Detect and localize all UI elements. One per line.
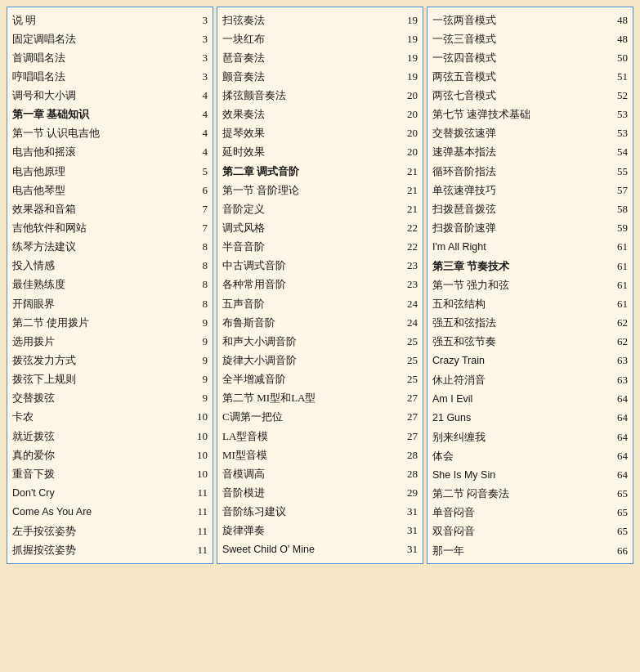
row-number: 22 bbox=[398, 220, 418, 236]
row-label: 扫弦奏法 bbox=[222, 12, 398, 29]
row-label: 颤音奏法 bbox=[222, 69, 398, 85]
row-label: 就近拨弦 bbox=[12, 428, 188, 445]
row-label: LA型音模 bbox=[222, 428, 398, 445]
row-number: 21 bbox=[398, 182, 418, 199]
table-row: Don't Cry11 bbox=[12, 484, 208, 503]
row-number: 31 bbox=[398, 541, 418, 558]
row-number: 64 bbox=[608, 448, 628, 464]
row-label: 两弦七音模式 bbox=[432, 87, 608, 104]
row-label: She Is My Sin bbox=[432, 468, 608, 483]
row-label: 半音音阶 bbox=[222, 239, 398, 255]
row-label: 中古调式音阶 bbox=[222, 258, 398, 274]
row-label: 双音闷音 bbox=[432, 523, 608, 540]
table-row: 两弦七音模式52 bbox=[432, 87, 628, 105]
row-number: 9 bbox=[188, 390, 208, 406]
table-row: LA型音模27 bbox=[222, 427, 418, 446]
row-label: 五声音阶 bbox=[222, 296, 398, 312]
row-number: 25 bbox=[398, 371, 418, 388]
table-row: 第七节 速弹技术基础53 bbox=[432, 105, 628, 124]
column-2: 扫弦奏法19一块红布19琶音奏法19颤音奏法19揉弦颤音奏法20效果奏法20提琴… bbox=[217, 7, 423, 564]
row-number: 52 bbox=[608, 87, 628, 104]
row-number: 19 bbox=[398, 31, 418, 47]
row-label: 吉他软件和网站 bbox=[12, 220, 188, 236]
row-label: 真的爱你 bbox=[12, 447, 188, 464]
row-label: 第三章 节奏技术 bbox=[432, 258, 608, 275]
row-number: 61 bbox=[608, 239, 628, 255]
table-row: 音模调高28 bbox=[222, 464, 418, 483]
row-label: I'm All Right bbox=[432, 240, 608, 255]
row-label: 揉弦颤音奏法 bbox=[222, 87, 398, 104]
row-label: 强五和弦节奏 bbox=[432, 334, 608, 350]
row-label: 别来纠缠我 bbox=[432, 429, 608, 446]
table-row: 各种常用音阶23 bbox=[222, 276, 418, 294]
table-row: 21 Guns64 bbox=[432, 409, 628, 428]
row-label: 旋律大小调音阶 bbox=[222, 352, 398, 369]
row-number: 7 bbox=[188, 220, 208, 236]
row-label: 调号和大小调 bbox=[12, 87, 188, 104]
row-number: 3 bbox=[188, 12, 208, 29]
row-label: 第一章 基础知识 bbox=[12, 106, 188, 123]
row-number: 55 bbox=[608, 164, 628, 180]
row-number: 66 bbox=[608, 543, 628, 559]
row-label: 一弦两音模式 bbox=[432, 12, 608, 29]
table-row: 第二节 MI型和LA型27 bbox=[222, 389, 418, 408]
table-row: 扫拨音阶速弹59 bbox=[432, 219, 628, 238]
table-row: 交替拨弦9 bbox=[12, 389, 208, 408]
row-number: 51 bbox=[608, 69, 628, 85]
column-1: 说 明3固定调唱名法3首调唱名法3哼唱唱名法3调号和大小调4第一章 基础知识4第… bbox=[7, 7, 213, 564]
row-label: 最佳熟练度 bbox=[12, 276, 188, 293]
row-number: 11 bbox=[188, 523, 208, 540]
row-number: 4 bbox=[188, 87, 208, 104]
row-label: 拨弦发力方式 bbox=[12, 352, 188, 369]
row-number: 11 bbox=[188, 504, 208, 520]
row-number: 8 bbox=[188, 276, 208, 293]
table-row: 左手按弦姿势11 bbox=[12, 522, 208, 540]
table-row: 第二节 使用拨片9 bbox=[12, 313, 208, 332]
table-row: Crazy Train63 bbox=[432, 352, 628, 370]
row-number: 27 bbox=[398, 409, 418, 425]
table-row: 拨弦下上规则9 bbox=[12, 370, 208, 389]
table-row: 布鲁斯音阶24 bbox=[222, 313, 418, 332]
table-row: 旋律弹奏31 bbox=[222, 522, 418, 540]
table-row: 真的爱你10 bbox=[12, 446, 208, 464]
table-row: 扫拨琶音拨弦58 bbox=[432, 199, 628, 218]
row-label: 延时效果 bbox=[222, 144, 398, 160]
table-row: 投入情感8 bbox=[12, 257, 208, 276]
row-label: 音阶定义 bbox=[222, 201, 398, 217]
row-number: 20 bbox=[398, 125, 418, 141]
table-row: 那一年66 bbox=[432, 541, 628, 560]
table-row: 音阶定义21 bbox=[222, 199, 418, 218]
row-number: 10 bbox=[188, 466, 208, 482]
row-label: C调第一把位 bbox=[222, 409, 398, 425]
row-label: 音阶练习建议 bbox=[222, 504, 398, 520]
row-number: 4 bbox=[188, 106, 208, 123]
row-number: 31 bbox=[398, 504, 418, 520]
table-row: 第一章 基础知识4 bbox=[12, 105, 208, 124]
row-label: 体会 bbox=[432, 448, 608, 464]
table-row: 电吉他原理5 bbox=[12, 162, 208, 181]
table-row: 双音闷音65 bbox=[432, 522, 628, 541]
table-row: 调式风格22 bbox=[222, 219, 418, 238]
row-number: 65 bbox=[608, 486, 628, 502]
table-row: 第三章 节奏技术61 bbox=[432, 257, 628, 276]
row-label: 21 Guns bbox=[432, 410, 608, 426]
row-number: 24 bbox=[398, 315, 418, 331]
table-row: 说 明3 bbox=[12, 11, 208, 29]
row-label: 第七节 速弹技术基础 bbox=[432, 106, 608, 123]
row-label: 第二节 闷音奏法 bbox=[432, 486, 608, 502]
row-label: 一弦三音模式 bbox=[432, 31, 608, 47]
row-label: 第一节 强力和弦 bbox=[432, 277, 608, 293]
row-label: Don't Cry bbox=[12, 486, 188, 501]
table-row: She Is My Sin64 bbox=[432, 465, 628, 484]
row-label: Am I Evil bbox=[432, 392, 608, 407]
row-number: 24 bbox=[398, 296, 418, 312]
row-number: 61 bbox=[608, 277, 628, 293]
table-row: 扫弦奏法19 bbox=[222, 11, 418, 29]
row-label: 布鲁斯音阶 bbox=[222, 315, 398, 331]
row-number: 28 bbox=[398, 447, 418, 464]
table-row: 第一节 强力和弦61 bbox=[432, 276, 628, 294]
row-label: 首调唱名法 bbox=[12, 50, 188, 66]
row-label: 一块红布 bbox=[222, 31, 398, 47]
row-label: 卡农 bbox=[12, 409, 188, 425]
table-row: 单弦速弹技巧57 bbox=[432, 181, 628, 199]
